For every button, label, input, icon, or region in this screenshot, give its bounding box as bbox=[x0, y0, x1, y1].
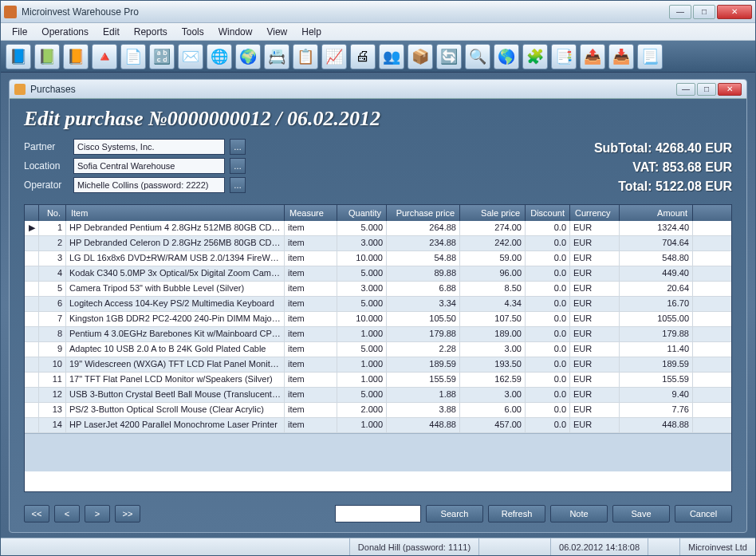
maximize-button[interactable]: □ bbox=[693, 5, 715, 19]
menu-operations[interactable]: Operations bbox=[35, 25, 95, 39]
inner-minimize-button[interactable]: — bbox=[676, 83, 695, 96]
toolbar-button-15[interactable]: 🔄 bbox=[436, 44, 462, 69]
toolbar-button-19[interactable]: 📑 bbox=[551, 44, 577, 69]
row-selector bbox=[25, 236, 39, 250]
operator-input[interactable] bbox=[73, 177, 225, 193]
toolbar-button-22[interactable]: 📃 bbox=[637, 44, 663, 69]
cell-purchase-price: 179.88 bbox=[387, 327, 460, 341]
toolbar-button-1[interactable]: 📗 bbox=[34, 44, 60, 69]
toolbar-button-13[interactable]: 👥 bbox=[379, 44, 404, 69]
toolbar-button-4[interactable]: 📄 bbox=[120, 44, 146, 69]
table-row[interactable]: 1117" TFT Flat Panel LCD Monitor w/Speak… bbox=[25, 373, 731, 388]
col-quantity[interactable]: Quantity bbox=[337, 205, 387, 221]
cell-purchase-price: 234.88 bbox=[387, 236, 460, 250]
toolbar-button-3[interactable]: 🔺 bbox=[92, 44, 117, 69]
cell-sale-price: 3.00 bbox=[460, 342, 526, 357]
col-sale-price[interactable]: Sale price bbox=[460, 205, 526, 221]
cell-currency: EUR bbox=[570, 403, 620, 417]
cancel-button[interactable]: Cancel bbox=[675, 505, 732, 522]
nav-next-button[interactable]: > bbox=[85, 505, 110, 522]
col-purchase-price[interactable]: Purchase price bbox=[387, 205, 460, 221]
col-item[interactable]: Item bbox=[66, 205, 285, 221]
nav-last-button[interactable]: >> bbox=[115, 505, 140, 522]
toolbar-button-18[interactable]: 🧩 bbox=[522, 44, 548, 69]
toolbar-button-6[interactable]: ✉️ bbox=[178, 44, 203, 69]
cell-amount: 155.59 bbox=[620, 373, 693, 387]
table-row[interactable]: 12USB 3-Button Crystal Beetl Ball Mouse … bbox=[25, 388, 731, 403]
minimize-button[interactable]: — bbox=[669, 5, 691, 19]
cell-discount: 0.0 bbox=[526, 342, 570, 357]
toolbar-button-17[interactable]: 🌎 bbox=[494, 44, 519, 69]
menu-view[interactable]: View bbox=[260, 25, 293, 39]
partner-input[interactable] bbox=[73, 139, 225, 155]
table-row[interactable]: 8Pentium 4 3.0EGHz Barebones Kit w/Mainb… bbox=[25, 327, 731, 342]
table-row[interactable]: 14HP LaserJet 4200 Parallel Monochrome L… bbox=[25, 418, 731, 433]
toolbar-button-12[interactable]: 🖨 bbox=[350, 44, 376, 69]
cell-no: 13 bbox=[39, 403, 66, 417]
col-discount[interactable]: Discount bbox=[526, 205, 570, 221]
row-selector bbox=[25, 312, 39, 326]
table-row[interactable]: 3LG DL 16x8x6 DVD±RW/RAM USB 2.0/1394 Fi… bbox=[25, 251, 731, 266]
cell-item: 17" TFT Flat Panel LCD Monitor w/Speaker… bbox=[66, 373, 285, 387]
row-selector bbox=[25, 251, 39, 266]
table-row[interactable]: 5Camera Tripod 53" with Bubble Level (Si… bbox=[25, 282, 731, 297]
toolbar-button-0[interactable]: 📘 bbox=[6, 44, 31, 69]
close-button[interactable]: ✕ bbox=[717, 5, 752, 19]
toolbar-button-14[interactable]: 📦 bbox=[408, 44, 433, 69]
cell-currency: EUR bbox=[570, 282, 620, 296]
menu-window[interactable]: Window bbox=[212, 25, 259, 39]
inner-maximize-button[interactable]: □ bbox=[697, 83, 716, 96]
col-no[interactable]: No. bbox=[39, 205, 66, 221]
menu-tools[interactable]: Tools bbox=[175, 25, 211, 39]
menu-reports[interactable]: Reports bbox=[128, 25, 174, 39]
search-button[interactable]: Search bbox=[426, 505, 483, 522]
toolbar-button-2[interactable]: 📙 bbox=[63, 44, 89, 69]
toolbar-button-10[interactable]: 📋 bbox=[293, 44, 318, 69]
table-row[interactable]: ▶1HP Debranded Pentium 4 2.8GHz 512MB 80… bbox=[25, 221, 731, 236]
toolbar-button-11[interactable]: 📈 bbox=[321, 44, 347, 69]
search-input[interactable] bbox=[335, 505, 421, 522]
table-row[interactable]: 4Kodak C340 5.0MP 3x Optical/5x Digital … bbox=[25, 266, 731, 282]
toolbar-button-8[interactable]: 🌍 bbox=[235, 44, 261, 69]
col-currency[interactable]: Currency bbox=[570, 205, 620, 221]
document-header: Edit purchase №0000000012 / 06.02.2012 P… bbox=[10, 99, 746, 201]
grid-body[interactable]: ▶1HP Debranded Pentium 4 2.8GHz 512MB 80… bbox=[25, 221, 731, 491]
cell-currency: EUR bbox=[570, 342, 620, 357]
location-lookup-button[interactable]: … bbox=[230, 158, 246, 174]
table-row[interactable]: 1019" Widescreen (WXGA) TFT LCD Flat Pan… bbox=[25, 357, 731, 373]
table-row[interactable]: 2HP Debranded Celeron D 2.8GHz 256MB 80G… bbox=[25, 236, 731, 251]
toolbar-button-16[interactable]: 🔍 bbox=[465, 44, 490, 69]
cell-qty: 5.000 bbox=[337, 266, 387, 281]
operator-lookup-button[interactable]: … bbox=[230, 177, 246, 193]
nav-first-button[interactable]: << bbox=[24, 505, 49, 522]
cell-discount: 0.0 bbox=[526, 388, 570, 402]
table-row[interactable]: 7Kingston 1GB DDR2 PC2-4200 240-Pin DIMM… bbox=[25, 312, 731, 327]
toolbar-button-20[interactable]: 📤 bbox=[580, 44, 605, 69]
menu-file[interactable]: File bbox=[6, 25, 33, 39]
cell-discount: 0.0 bbox=[526, 373, 570, 387]
menu-edit[interactable]: Edit bbox=[96, 25, 126, 39]
location-input[interactable] bbox=[73, 158, 225, 174]
partner-lookup-button[interactable]: … bbox=[230, 139, 246, 155]
table-row[interactable]: 13PS/2 3-Button Optical Scroll Mouse (Cl… bbox=[25, 403, 731, 418]
toolbar-button-7[interactable]: 🌐 bbox=[207, 44, 232, 69]
col-amount[interactable]: Amount bbox=[620, 205, 693, 221]
status-blank2 bbox=[648, 538, 679, 555]
toolbar-button-21[interactable]: 📥 bbox=[608, 44, 634, 69]
toolbar-button-5[interactable]: 🔡 bbox=[149, 44, 175, 69]
grid-empty-area bbox=[25, 433, 731, 471]
table-row[interactable]: 9Adaptec 10 USB 2.0 A to B 24K Gold Plat… bbox=[25, 342, 731, 357]
nav-prev-button[interactable]: < bbox=[54, 505, 80, 522]
inner-close-button[interactable]: ✕ bbox=[718, 83, 742, 96]
menu-help[interactable]: Help bbox=[295, 25, 328, 39]
refresh-button[interactable]: Refresh bbox=[488, 505, 545, 522]
table-row[interactable]: 6Logitech Access 104-Key PS/2 Multimedia… bbox=[25, 297, 731, 312]
cell-qty: 10.000 bbox=[337, 251, 387, 266]
note-button[interactable]: Note bbox=[550, 505, 608, 522]
col-measure[interactable]: Measure bbox=[285, 205, 337, 221]
toolbar-button-9[interactable]: 📇 bbox=[264, 44, 289, 69]
cell-amount: 9.40 bbox=[620, 388, 693, 402]
items-grid[interactable]: No. Item Measure Quantity Purchase price… bbox=[24, 204, 732, 492]
save-button[interactable]: Save bbox=[612, 505, 670, 522]
col-selector[interactable] bbox=[25, 205, 39, 221]
